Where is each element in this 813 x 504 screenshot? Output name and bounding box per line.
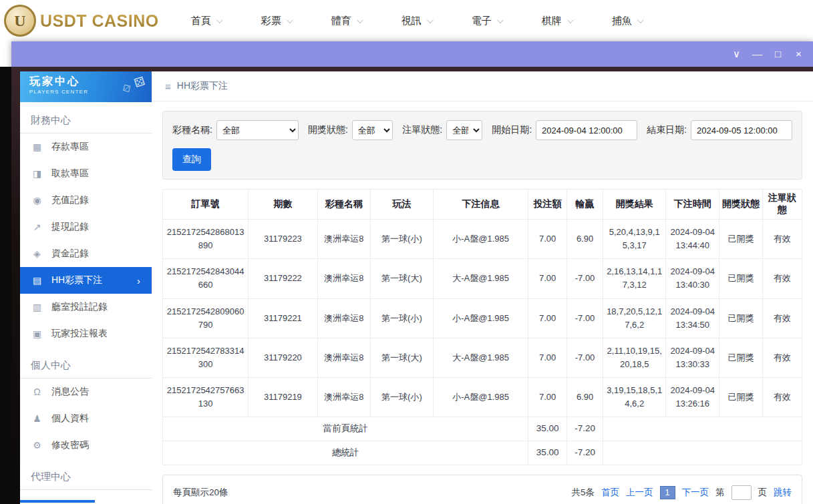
- sidebar-item-player-report[interactable]: ▣玩家投注報表: [20, 320, 152, 347]
- draw-status-select[interactable]: 全部: [352, 120, 393, 140]
- column-header: 開獎結果: [603, 190, 666, 220]
- summary-label: 當前頁統計: [163, 417, 528, 441]
- first-page-link[interactable]: 首页: [601, 487, 619, 499]
- nav-item-2[interactable]: 體育: [331, 15, 361, 27]
- window-minimize-button[interactable]: —: [747, 41, 768, 67]
- table-row: 215217254278331430031179220澳洲幸运8第一球(大)大-…: [163, 338, 802, 377]
- bets-table: 訂單號期數彩種名稱玩法下注信息投注額輸贏開獎結果下注時間開獎狀態注單狀態2152…: [162, 189, 802, 465]
- page-title: HH彩票下注: [177, 80, 228, 92]
- nav-item-label: 捕魚: [612, 15, 632, 27]
- table-cell: 2024-09-04 13:26:16: [666, 378, 719, 417]
- sidebar-item-label: 提現記錄: [51, 221, 89, 233]
- window-collapse-button[interactable]: ∨: [726, 41, 747, 67]
- summary-empty-cell: [603, 417, 802, 441]
- nav-item-4[interactable]: 電子: [472, 15, 502, 27]
- column-header: 下注時間: [666, 190, 719, 220]
- chevron-down-icon: [427, 17, 434, 23]
- next-page-link[interactable]: 下一页: [682, 487, 709, 499]
- current-page-button[interactable]: 1: [660, 486, 675, 499]
- nav-item-label: 首頁: [191, 15, 211, 27]
- query-button[interactable]: 查詢: [172, 148, 211, 171]
- sidebar-item-withdraw-record[interactable]: ↗提現記錄: [20, 214, 152, 240]
- table-cell: 6.90: [566, 378, 603, 417]
- nav-item-6[interactable]: 捕魚: [612, 15, 642, 27]
- order-status-select[interactable]: 全部: [446, 120, 482, 140]
- table-cell: 澳洲幸运8: [317, 220, 370, 259]
- table-cell: 2152172542757663130: [163, 378, 249, 417]
- table-cell: 已開獎: [719, 378, 762, 417]
- table-cell: 7.00: [528, 220, 566, 259]
- window-close-button[interactable]: ×: [788, 41, 809, 67]
- table-cell: 已開獎: [719, 298, 762, 338]
- main-content: ≡ HH彩票下注 彩種名稱: 全部 開獎狀態: 全部 注單狀態: [152, 71, 813, 504]
- table-cell: 6.90: [566, 220, 603, 259]
- table-cell: 31179221: [249, 298, 317, 338]
- sidebar-menu: 財務中心▦存款專區◨取款專區◉充值記錄↗提現記錄◈資金記錄▤HH彩票下注›▥廳室…: [20, 102, 152, 497]
- menu-burger-icon[interactable]: ≡: [165, 81, 171, 92]
- nav-item-5[interactable]: 棋牌: [542, 15, 572, 27]
- table-cell: 澳洲幸运8: [317, 338, 370, 377]
- sidebar-item-lottery-bet[interactable]: ▤HH彩票下注›: [20, 267, 152, 294]
- chevron-down-icon: [497, 17, 504, 23]
- end-date-input[interactable]: [691, 120, 792, 140]
- sidebar-header: 玩家中心 PLAYERS CENTER ⚄ ⚂: [20, 71, 152, 102]
- sidebar-item-profile[interactable]: ♟個人資料: [20, 405, 152, 432]
- sidebar-item-room-bet-records[interactable]: ▥廳室投註記錄: [20, 294, 152, 320]
- lottery-name-select[interactable]: 全部: [216, 120, 299, 140]
- chevron-down-icon: [357, 17, 363, 23]
- table-cell: 有效: [762, 298, 802, 338]
- site-logo[interactable]: U USDT CASINO: [4, 5, 159, 37]
- sidebar-item-announcement[interactable]: Ω消息公告: [20, 379, 152, 405]
- pager-controls: 共5条 首页 上一页 1 下一页 第 页 跳转: [572, 485, 792, 500]
- nav-item-3[interactable]: 視訊: [401, 15, 432, 27]
- table-cell: 2152172542809060790: [163, 298, 249, 338]
- start-date-label: 開始日期:: [492, 124, 532, 136]
- prev-page-link[interactable]: 上一页: [626, 487, 653, 499]
- summary-bet-total: 35.00: [528, 417, 566, 441]
- table-cell: 7.00: [528, 259, 566, 298]
- chevron-down-icon: [287, 17, 293, 23]
- sidebar: 玩家中心 PLAYERS CENTER ⚄ ⚂ 財務中心▦存款專區◨取款專區◉充…: [20, 71, 152, 504]
- withdraw-icon: ◨: [31, 168, 43, 179]
- lottery-name-label: 彩種名稱:: [172, 124, 212, 136]
- table-row: 215217254280906079031179221澳洲幸运8第一球(小)小-…: [163, 298, 802, 338]
- jump-button[interactable]: 跳转: [774, 487, 792, 499]
- start-date-input[interactable]: [536, 120, 637, 140]
- player-center-window: ∨ — □ × 玩家中心 PLAYERS CENTER ⚄ ⚂ 財務中心▦存款專…: [11, 41, 813, 504]
- sidebar-item-funds-record[interactable]: ◈資金記錄: [20, 240, 152, 267]
- table-cell: 31179222: [249, 259, 317, 298]
- sidebar-item-label: 充值記錄: [51, 194, 89, 206]
- window-maximize-button[interactable]: □: [768, 41, 788, 67]
- chevron-down-icon: [216, 17, 223, 23]
- summary-empty-cell: [603, 441, 802, 465]
- table-cell: 2024-09-04 13:34:50: [666, 298, 719, 338]
- sidebar-item-label: 取款專區: [51, 168, 89, 180]
- sidebar-item-deposit[interactable]: ▦存款專區: [20, 134, 152, 160]
- nav-item-1[interactable]: 彩票: [261, 15, 291, 27]
- table-cell: 2,16,13,14,1,17,3,12: [603, 259, 666, 298]
- chevron-down-icon: [637, 17, 644, 23]
- table-cell: 有效: [762, 338, 802, 377]
- page-jump-input[interactable]: [731, 485, 752, 500]
- nav-item-label: 體育: [331, 15, 351, 27]
- table-cell: 小-A盤@1.985: [433, 220, 528, 259]
- table-cell: 已開獎: [719, 259, 762, 298]
- sidebar-item-withdraw[interactable]: ◨取款專區: [20, 160, 152, 187]
- table-cell: 第一球(小): [371, 220, 434, 259]
- table-cell: 小-A盤@1.985: [433, 378, 528, 417]
- column-header: 注單狀態: [762, 190, 802, 220]
- column-header: 下注信息: [433, 190, 528, 220]
- sidebar-item-password[interactable]: ⚙修改密碼: [20, 432, 152, 459]
- order-status-label: 注單狀態:: [402, 124, 442, 136]
- sidebar-item-label: 玩家投注報表: [51, 328, 108, 340]
- logo-emblem-icon: U: [4, 5, 36, 37]
- table-cell: -7.00: [566, 298, 603, 338]
- agent-section-highlight: [20, 500, 95, 503]
- sidebar-section-title: 個人中心: [20, 351, 152, 379]
- background-dark-strip: [0, 67, 11, 504]
- sidebar-item-recharge-record[interactable]: ◉充值記錄: [20, 187, 152, 214]
- summary-win-total: -7.20: [566, 441, 603, 465]
- nav-item-0[interactable]: 首頁: [191, 15, 221, 27]
- table-cell: 第一球(小): [371, 378, 434, 417]
- table-cell: 有效: [762, 220, 802, 259]
